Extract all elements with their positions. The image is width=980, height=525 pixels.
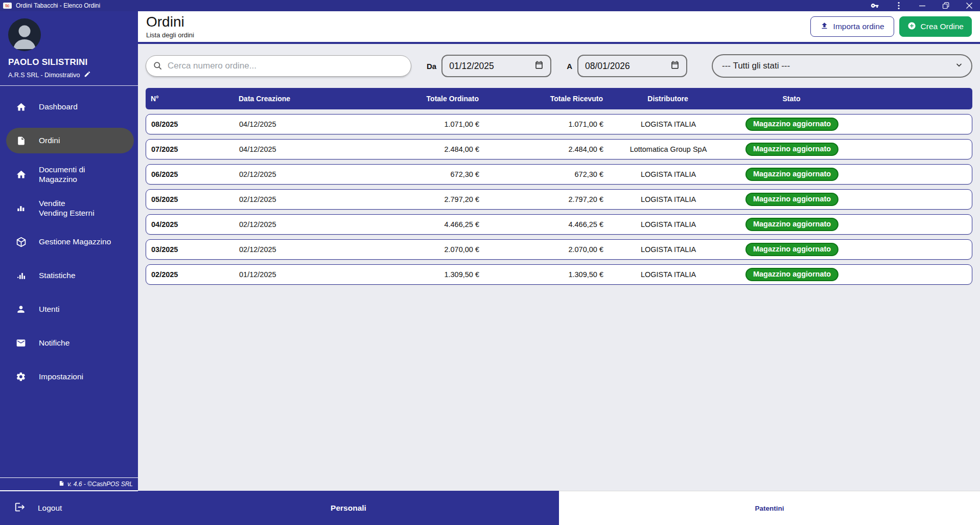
upload-icon [820,21,829,32]
calendar-icon[interactable] [534,60,544,72]
sidebar-item-documenti-magazzino[interactable]: Documenti di Magazzino [0,162,138,187]
col-totale-ordinato: Totale Ordinato [346,95,479,103]
calendar-icon[interactable] [670,60,680,72]
plus-circle-icon [907,21,916,32]
order-distributor: LOGISTA ITALIA [603,195,733,203]
person-icon [15,304,27,314]
order-created: 02/12/2025 [239,170,346,178]
order-total-received: 2.797,20 € [479,195,603,203]
restore-icon[interactable] [942,2,949,9]
user-name: PAOLO SILISTRINI [8,57,130,67]
status-badge: Magazzino aggiornato [745,143,838,156]
window-titlebar: tc Ordini Tabacchi - Elenco Ordini [0,0,980,11]
key-icon[interactable] [871,2,879,10]
col-totale-ricevuto: Totale Ricevuto [479,95,603,103]
order-total-ordered: 4.466,25 € [346,220,479,229]
sidebar-divider [0,85,138,86]
order-total-received: 2.070,00 € [479,245,603,254]
pencil-icon[interactable] [84,71,91,79]
menu-kebab-icon[interactable] [895,2,902,10]
envelope-icon [15,338,27,348]
date-from-input[interactable]: 01/12/2025 [441,55,551,77]
logout-icon [14,501,26,515]
order-created: 02/12/2025 [239,195,346,203]
search-box [146,55,411,77]
order-number: 07/2025 [151,145,239,153]
avatar[interactable] [8,18,41,51]
order-total-ordered: 1.071,00 € [346,120,479,128]
table-row[interactable]: 03/2025 02/12/2025 2.070,00 € 2.070,00 €… [146,239,972,260]
col-numero: N° [151,95,239,103]
search-input[interactable] [146,55,411,77]
order-created: 02/12/2025 [239,245,346,254]
version-bar: v. 4.6 - ©CashPOS SRL [0,477,138,491]
order-distributor: LOGISTA ITALIA [603,270,733,279]
sidebar-item-dashboard[interactable]: Dashboard [0,94,138,120]
table-row[interactable]: 02/2025 01/12/2025 1.309,50 € 1.309,50 €… [146,264,972,285]
footer-tabs: Personali Patentini [138,491,980,525]
order-total-received: 2.484,00 € [479,145,603,153]
col-distributore: Distributore [603,95,733,103]
home-icon [15,102,27,112]
order-number: 02/2025 [151,270,239,279]
status-filter-select[interactable]: --- Tutti gli stati --- [712,54,972,78]
stats-chart-icon [15,271,27,281]
sidebar-item-impostazioni[interactable]: Impostazioni [0,364,138,390]
order-number: 05/2025 [151,195,239,203]
chevron-down-icon [955,61,963,72]
file-icon [15,136,27,146]
table-row[interactable]: 04/2025 02/12/2025 4.466,25 € 4.466,25 €… [146,214,972,235]
table-row[interactable]: 05/2025 02/12/2025 2.797,20 € 2.797,20 €… [146,189,972,210]
table-row[interactable]: 08/2025 04/12/2025 1.071,00 € 1.071,00 €… [146,114,972,134]
table-row[interactable]: 06/2025 02/12/2025 672,30 € 672,30 € LOG… [146,164,972,185]
order-distributor: LOGISTA ITALIA [603,170,733,178]
order-number: 03/2025 [151,245,239,254]
date-to-input[interactable]: 08/01/2026 [577,55,687,77]
filters-bar: Da 01/12/2025 A 08/01/2026 --- Tutti gli… [138,44,980,88]
col-stato: Stato [733,95,850,103]
user-company: A.R.S SRL - Dimostrativo [8,72,80,79]
date-to-label: A [567,62,572,71]
sidebar-item-notifiche[interactable]: Notifiche [0,330,138,356]
status-badge: Magazzino aggiornato [745,268,838,281]
sidebar-item-utenti[interactable]: Utenti [0,296,138,322]
search-icon [153,61,162,73]
tab-patentini[interactable]: Patentini [559,491,980,525]
status-badge: Magazzino aggiornato [745,168,838,181]
app-logo-icon: tc [3,3,12,9]
order-distributor: LOGISTA ITALIA [603,220,733,229]
logout-button[interactable]: Logout [0,491,138,525]
table-row[interactable]: 07/2025 04/12/2025 2.484,00 € 2.484,00 €… [146,139,972,159]
order-distributor: LOGISTA ITALIA [603,245,733,254]
bar-chart-icon [15,203,27,213]
order-total-ordered: 1.309,50 € [346,270,479,279]
gear-icon [15,372,27,382]
order-number: 06/2025 [151,170,239,178]
order-total-received: 672,30 € [479,170,603,178]
table-header: N° Data Creazione Totale Ordinato Totale… [146,88,972,109]
status-badge: Magazzino aggiornato [745,218,838,231]
order-created: 01/12/2025 [239,270,346,279]
close-icon[interactable] [966,2,973,9]
order-distributor: LOGISTA ITALIA [603,120,733,128]
import-order-button[interactable]: Importa ordine [810,16,894,37]
sidebar-item-statistiche[interactable]: Statistiche [0,263,138,288]
page-header: Ordini Lista degli ordini Importa ordine… [138,11,980,44]
orders-table: N° Data Creazione Totale Ordinato Totale… [138,88,980,491]
order-total-received: 1.071,00 € [479,120,603,128]
col-data-creazione: Data Creazione [239,95,346,103]
sidebar-item-gestione-magazzino[interactable]: Gestione Magazzino [0,229,138,255]
minimize-icon[interactable] [919,2,926,9]
date-from-label: Da [427,62,436,71]
home-icon [15,169,27,180]
order-total-received: 1.309,50 € [479,270,603,279]
sidebar-item-ordini[interactable]: Ordini [6,128,134,153]
file-icon [59,480,64,488]
sidebar-item-vendite-vending[interactable]: Vendite Vending Esterni [0,195,138,221]
order-number: 08/2025 [151,120,239,128]
order-total-ordered: 2.070,00 € [346,245,479,254]
main-content: Ordini Lista degli ordini Importa ordine… [138,11,980,525]
create-order-button[interactable]: Crea Ordine [899,16,972,37]
tab-personali[interactable]: Personali [138,491,559,525]
page-subtitle: Lista degli ordini [146,31,194,39]
